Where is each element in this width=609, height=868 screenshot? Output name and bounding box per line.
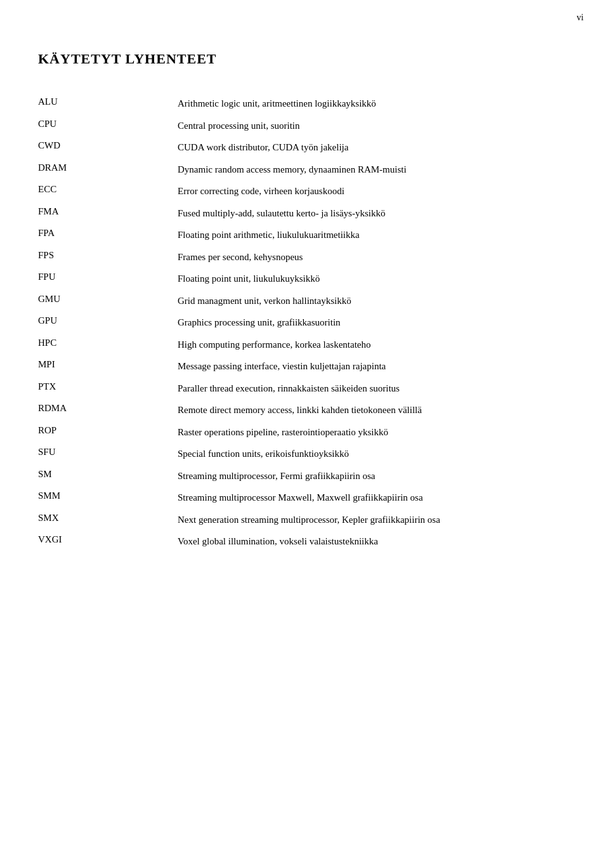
table-row: FPUFloating point unit, liukulukuyksikkö: [38, 268, 571, 290]
table-row: FPSFrames per second, kehysnopeus: [38, 246, 571, 268]
abbreviation-cell: SMX: [38, 509, 178, 531]
table-row: FMAFused multiply-add, sulautettu kerto-…: [38, 202, 571, 225]
table-row: SMMStreaming multiprocessor Maxwell, Max…: [38, 487, 571, 509]
table-row: ECCError correcting code, virheen korjau…: [38, 180, 571, 202]
abbreviation-cell: MPI: [38, 355, 178, 378]
description-cell: Floating point arithmetic, liukulukuarit…: [178, 224, 571, 246]
abbreviation-cell: CPU: [38, 115, 178, 137]
table-row: PTXParaller thread execution, rinnakkais…: [38, 378, 571, 400]
description-cell: Streaming multiprocessor, Fermi grafiikk…: [178, 465, 571, 487]
description-cell: Remote direct memory access, linkki kahd…: [178, 399, 571, 421]
description-cell: Floating point unit, liukulukuyksikkö: [178, 268, 571, 290]
abbreviation-cell: VXGI: [38, 530, 178, 553]
description-cell: Grid managment unit, verkon hallintayksi…: [178, 290, 571, 312]
page-corner-label: vi: [577, 13, 584, 23]
abbreviation-cell: FPA: [38, 224, 178, 246]
table-row: SMStreaming multiprocessor, Fermi grafii…: [38, 465, 571, 487]
description-cell: CUDA work distributor, CUDA työn jakelij…: [178, 136, 571, 159]
table-row: CWDCUDA work distributor, CUDA työn jake…: [38, 136, 571, 159]
description-cell: High computing performance, korkea laske…: [178, 334, 571, 356]
abbreviation-cell: HPC: [38, 334, 178, 356]
description-cell: Paraller thread execution, rinnakkaisten…: [178, 378, 571, 400]
table-row: RDMARemote direct memory access, linkki …: [38, 399, 571, 421]
table-row: GMUGrid managment unit, verkon hallintay…: [38, 290, 571, 312]
abbreviation-cell: ALU: [38, 93, 178, 115]
table-row: MPIMessage passing interface, viestin ku…: [38, 355, 571, 378]
table-row: FPAFloating point arithmetic, liukulukua…: [38, 224, 571, 246]
abbreviation-cell: DRAM: [38, 159, 178, 181]
description-cell: Graphics processing unit, grafiikkasuori…: [178, 312, 571, 334]
table-row: HPCHigh computing performance, korkea la…: [38, 334, 571, 356]
page-title: KÄYTETYT LYHENTEET: [38, 51, 571, 67]
table-row: ALUArithmetic logic unit, aritmeettinen …: [38, 93, 571, 115]
abbreviation-cell: PTX: [38, 378, 178, 400]
description-cell: Special function units, erikoisfunktioyk…: [178, 443, 571, 465]
table-row: GPUGraphics processing unit, grafiikkasu…: [38, 312, 571, 334]
description-cell: Dynamic random access memory, dynaaminen…: [178, 159, 571, 181]
table-row: SMXNext generation streaming multiproces…: [38, 509, 571, 531]
table-row: DRAMDynamic random access memory, dynaam…: [38, 159, 571, 181]
abbreviation-cell: FMA: [38, 202, 178, 225]
abbreviations-table: ALUArithmetic logic unit, aritmeettinen …: [38, 93, 571, 553]
description-cell: Message passing interface, viestin kulje…: [178, 355, 571, 378]
abbreviation-cell: ROP: [38, 421, 178, 444]
abbreviation-cell: SMM: [38, 487, 178, 509]
abbreviation-cell: SFU: [38, 443, 178, 465]
description-cell: Arithmetic logic unit, aritmeettinen log…: [178, 93, 571, 115]
table-row: SFUSpecial function units, erikoisfunkti…: [38, 443, 571, 465]
abbreviation-cell: GMU: [38, 290, 178, 312]
table-row: VXGIVoxel global illumination, vokseli v…: [38, 530, 571, 553]
description-cell: Streaming multiprocessor Maxwell, Maxwel…: [178, 487, 571, 509]
abbreviation-cell: FPU: [38, 268, 178, 290]
abbreviation-cell: GPU: [38, 312, 178, 334]
abbreviation-cell: ECC: [38, 180, 178, 202]
description-cell: Next generation streaming multiprocessor…: [178, 509, 571, 531]
abbreviation-cell: RDMA: [38, 399, 178, 421]
abbreviation-cell: SM: [38, 465, 178, 487]
description-cell: Fused multiply-add, sulautettu kerto- ja…: [178, 202, 571, 225]
abbreviation-cell: CWD: [38, 136, 178, 159]
description-cell: Voxel global illumination, vokseli valai…: [178, 530, 571, 553]
description-cell: Raster operations pipeline, rasterointio…: [178, 421, 571, 444]
abbreviation-cell: FPS: [38, 246, 178, 268]
description-cell: Central processing unit, suoritin: [178, 115, 571, 137]
description-cell: Frames per second, kehysnopeus: [178, 246, 571, 268]
table-row: ROPRaster operations pipeline, rasteroin…: [38, 421, 571, 444]
table-row: CPUCentral processing unit, suoritin: [38, 115, 571, 137]
description-cell: Error correcting code, virheen korjausko…: [178, 180, 571, 202]
